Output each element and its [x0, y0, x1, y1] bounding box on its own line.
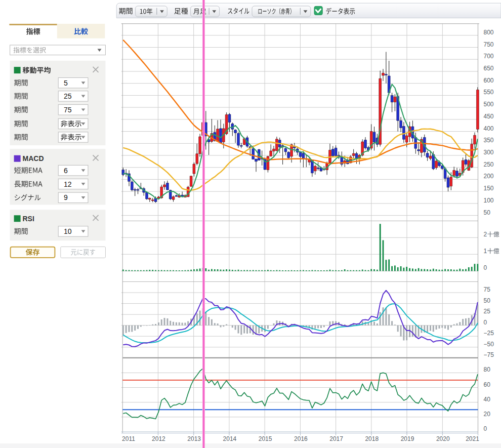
svg-text:100: 100: [484, 197, 494, 204]
svg-text:9: 9: [64, 193, 68, 201]
svg-text:650: 650: [484, 65, 494, 72]
svg-text:700: 700: [484, 53, 494, 60]
svg-text:75: 75: [484, 286, 491, 293]
svg-text:2017: 2017: [329, 435, 343, 442]
svg-text:40: 40: [484, 396, 491, 403]
svg-text:10: 10: [64, 227, 72, 235]
svg-text:450: 450: [484, 113, 494, 120]
svg-text:2020: 2020: [436, 435, 450, 442]
svg-text:2015: 2015: [259, 435, 272, 442]
svg-text:50: 50: [484, 209, 491, 216]
svg-text:50: 50: [484, 297, 491, 304]
svg-text:2018: 2018: [365, 435, 379, 442]
svg-text:550: 550: [484, 89, 494, 96]
svg-text:80: 80: [484, 366, 491, 373]
svg-text:6: 6: [64, 167, 68, 175]
svg-text:400: 400: [484, 125, 494, 132]
svg-text:250: 250: [484, 161, 494, 168]
svg-text:20: 20: [484, 411, 491, 418]
svg-text:1: 1: [484, 248, 487, 255]
svg-text:−75: −75: [484, 351, 494, 358]
svg-text:MACD: MACD: [23, 154, 44, 162]
svg-text:75: 75: [64, 106, 72, 114]
svg-text:750: 750: [484, 41, 494, 48]
svg-text:0: 0: [484, 319, 487, 326]
svg-text:−50: −50: [484, 341, 494, 348]
svg-text:60: 60: [484, 381, 491, 388]
svg-text:2019: 2019: [401, 435, 414, 442]
svg-text:RSI: RSI: [23, 215, 34, 223]
svg-text:350: 350: [484, 137, 494, 144]
svg-text:2021: 2021: [466, 435, 479, 442]
svg-text:2011: 2011: [122, 435, 135, 442]
svg-text:0: 0: [484, 264, 487, 271]
svg-text:2014: 2014: [223, 435, 237, 442]
svg-text:200: 200: [484, 173, 494, 180]
svg-text:−25: −25: [484, 330, 494, 337]
svg-text:500: 500: [484, 101, 494, 108]
svg-text:800: 800: [484, 29, 494, 36]
svg-text:600: 600: [484, 77, 494, 84]
svg-text:2016: 2016: [294, 435, 308, 442]
svg-text:2013: 2013: [187, 435, 201, 442]
svg-text:5: 5: [64, 79, 68, 87]
svg-text:2: 2: [484, 231, 487, 238]
svg-text:25: 25: [64, 92, 72, 100]
svg-text:300: 300: [484, 149, 494, 156]
svg-text:2012: 2012: [152, 435, 165, 442]
svg-text:150: 150: [484, 185, 494, 192]
svg-text:25: 25: [484, 308, 491, 315]
svg-text:0: 0: [484, 425, 487, 432]
svg-text:12: 12: [64, 180, 72, 188]
